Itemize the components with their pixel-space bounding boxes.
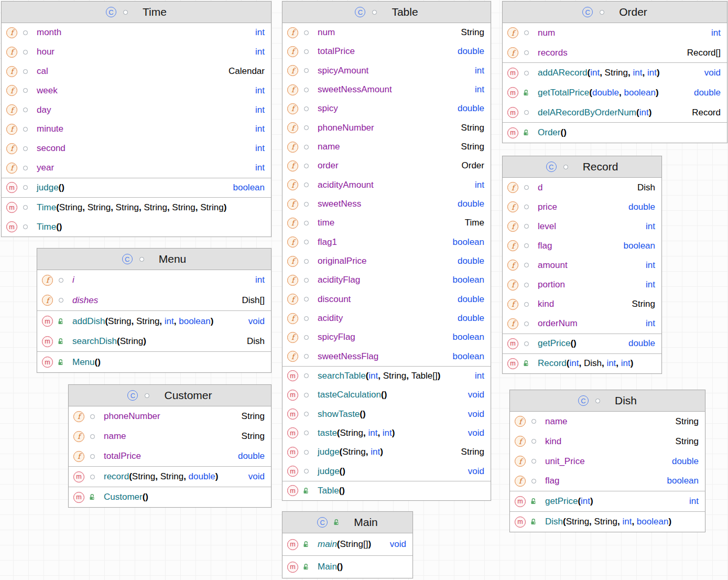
method-row[interactable]: mdelARecordByOrderNum(int)Record xyxy=(503,103,727,123)
method-row[interactable]: maddDish(String, String, int, boolean)vo… xyxy=(37,311,271,331)
field-row[interactable]: famountint xyxy=(503,255,661,275)
method-row[interactable]: mgetPrice(int)int xyxy=(510,491,705,511)
method-row[interactable]: mjudge()boolean xyxy=(2,178,271,198)
field-row[interactable]: fminuteint xyxy=(2,120,271,139)
field-row[interactable]: fnameString xyxy=(282,137,491,156)
field-row[interactable]: fyearint xyxy=(2,158,271,178)
field-row[interactable]: fsweetNessdouble xyxy=(282,195,491,213)
method-row[interactable]: mshowTaste()void xyxy=(282,404,491,423)
field-row[interactable]: fflagboolean xyxy=(510,471,705,491)
field-row[interactable]: fcalCalendar xyxy=(2,62,271,81)
constructor-row[interactable]: mRecord(int, Dish, int, int) xyxy=(503,354,661,373)
field-row[interactable]: fdiscountdouble xyxy=(282,290,491,309)
field-row[interactable]: fpricedouble xyxy=(503,197,661,217)
field-row[interactable]: flevelint xyxy=(503,217,661,236)
method-row[interactable]: mrecord(String, String, double)void xyxy=(69,467,271,487)
package-visibility-icon xyxy=(530,419,537,424)
constructor-row[interactable]: mDish(String, String, int, boolean) xyxy=(510,512,705,532)
package-visibility-icon xyxy=(22,224,29,229)
class-box-menu[interactable]: CMenufiintfdishesDish[]maddDish(String, … xyxy=(37,248,271,373)
field-row[interactable]: fnameString xyxy=(69,426,271,446)
method-row[interactable]: mgetTotalPrice(double, boolean)double xyxy=(503,83,727,103)
method-row[interactable]: mtaste(String, int, int)void xyxy=(282,424,491,443)
class-box-dish[interactable]: CDishfnameStringfkindStringfunit_Pricedo… xyxy=(509,390,705,532)
field-row[interactable]: forderNumint xyxy=(503,314,661,334)
field-icon: f xyxy=(73,451,84,462)
class-header-table[interactable]: CTable xyxy=(282,2,491,23)
field-row[interactable]: fmonthint xyxy=(2,23,271,42)
method-row[interactable]: mgetPrice()double xyxy=(503,334,661,353)
field-row[interactable]: ftotalPricedouble xyxy=(69,446,271,466)
class-box-table[interactable]: CTablefnumStringftotalPricedoublefspicyA… xyxy=(282,1,491,501)
field-row[interactable]: fspicyFlagboolean xyxy=(282,328,491,347)
field-row[interactable]: fsweetNessAmountint xyxy=(282,80,491,99)
field-row[interactable]: fportionint xyxy=(503,275,661,294)
method-row[interactable]: mtasteCalculation()void xyxy=(282,385,491,404)
field-row[interactable]: fdishesDish[] xyxy=(37,291,271,311)
class-header-order[interactable]: COrder xyxy=(503,2,727,23)
constructor-row[interactable]: mCustomer() xyxy=(69,487,271,507)
field-row[interactable]: ftotalPricedouble xyxy=(282,42,491,61)
field-row[interactable]: fsweetNessFlagboolean xyxy=(282,347,491,366)
field-row[interactable]: frecordsRecord[] xyxy=(503,43,727,63)
class-header-time[interactable]: CTime xyxy=(2,2,271,23)
param-type: String xyxy=(144,202,167,212)
method-row[interactable]: msearchTable(int, String, Table[])int xyxy=(282,367,491,385)
field-row[interactable]: fkindString xyxy=(510,432,705,452)
class-header-dish[interactable]: CDish xyxy=(510,390,705,412)
package-visibility-icon xyxy=(562,165,569,169)
class-box-main[interactable]: CMainmmain(String[])voidmMain() xyxy=(282,511,413,578)
package-visibility-circle xyxy=(304,450,309,455)
paren-close: ) xyxy=(438,371,441,381)
field-row[interactable]: funit_Pricedouble xyxy=(510,452,705,471)
field-row[interactable]: fdDish xyxy=(503,178,661,197)
field-row[interactable]: fflag1boolean xyxy=(282,233,491,252)
field-row[interactable]: fdayint xyxy=(2,100,271,120)
class-header-menu[interactable]: CMenu xyxy=(37,249,271,270)
method-icon: m xyxy=(6,221,17,232)
param-type: double xyxy=(189,471,215,481)
field-row[interactable]: fspicyAmountint xyxy=(282,61,491,80)
class-box-customer[interactable]: CCustomerfphoneNumberStringfnameStringft… xyxy=(68,384,271,508)
constructor-row[interactable]: mMenu() xyxy=(37,352,271,372)
class-box-time[interactable]: CTimefmonthintfhourintfcalCalendarfweeki… xyxy=(1,1,271,237)
constructor-row[interactable]: mTime() xyxy=(2,217,271,237)
field-row[interactable]: fflagboolean xyxy=(503,236,661,255)
field-row[interactable]: fphoneNumberString xyxy=(282,119,491,137)
class-header-main[interactable]: CMain xyxy=(282,512,412,533)
class-box-order[interactable]: COrderfnumintfrecordsRecord[]maddARecord… xyxy=(502,1,727,143)
field-row[interactable]: fnumString xyxy=(282,23,491,42)
field-row[interactable]: fkindString xyxy=(503,295,661,314)
class-box-record[interactable]: CRecordfdDishfpricedoubleflevelintfflagb… xyxy=(502,156,662,374)
field-row[interactable]: faciditydouble xyxy=(282,309,491,328)
package-visibility-circle xyxy=(59,298,63,303)
member-name: Table xyxy=(318,486,339,496)
field-row[interactable]: fspicydouble xyxy=(282,99,491,118)
field-row[interactable]: fweekint xyxy=(2,81,271,100)
constructor-row[interactable]: mTime(String, String, String, String, St… xyxy=(2,198,271,217)
field-row[interactable]: facidityAmountint xyxy=(282,176,491,195)
class-header-customer[interactable]: CCustomer xyxy=(69,385,271,406)
field-row[interactable]: foriginalPricedouble xyxy=(282,252,491,271)
method-row[interactable]: maddARecord(int, String, int, int)void xyxy=(503,63,727,83)
field-row[interactable]: facidityFlagboolean xyxy=(282,271,491,289)
field-row[interactable]: forderOrder xyxy=(282,156,491,175)
constructor-row[interactable]: mOrder() xyxy=(503,123,727,143)
field-row[interactable]: fnameString xyxy=(510,412,705,432)
class-header-record[interactable]: CRecord xyxy=(503,156,661,178)
constructor-row[interactable]: mMain() xyxy=(282,556,412,578)
field-row[interactable]: ftimeTime xyxy=(282,213,491,232)
constructor-row[interactable]: mTable() xyxy=(282,481,491,500)
method-row[interactable]: mjudge()void xyxy=(282,461,491,480)
diagram-canvas[interactable]: CTimefmonthintfhourintfcalCalendarfweeki… xyxy=(0,0,728,580)
field-row[interactable]: fphoneNumberString xyxy=(69,406,271,426)
method-row[interactable]: mmain(String[])void xyxy=(282,533,412,555)
method-row[interactable]: msearchDish(String)Dish xyxy=(37,331,271,352)
package-visibility-circle xyxy=(90,475,95,479)
field-row[interactable]: fiint xyxy=(37,270,271,291)
package-visibility-circle xyxy=(23,50,28,55)
field-row[interactable]: fsecondint xyxy=(2,139,271,158)
field-row[interactable]: fhourint xyxy=(2,42,271,62)
field-row[interactable]: fnumint xyxy=(503,23,727,43)
method-row[interactable]: mjudge(String, int)String xyxy=(282,443,491,461)
